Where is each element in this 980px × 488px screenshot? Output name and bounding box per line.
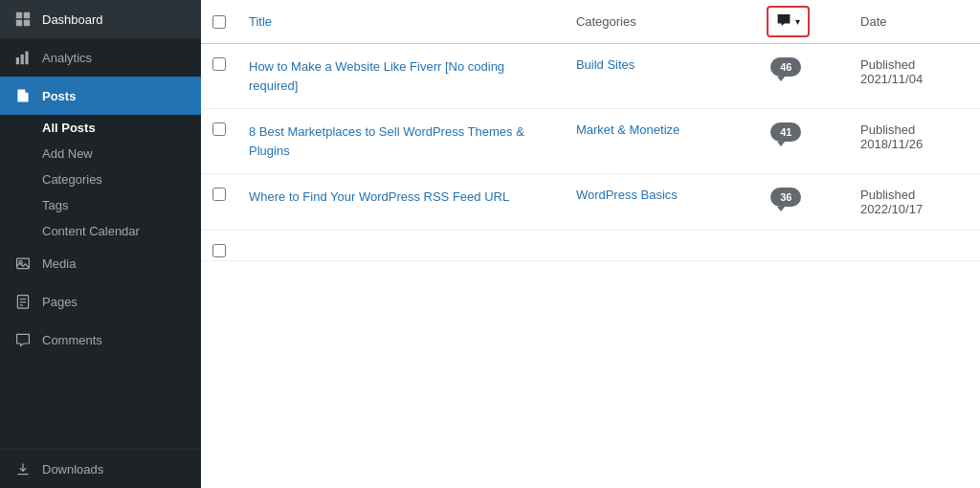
sidebar-item-downloads[interactable]: Downloads [0,449,201,488]
sidebar: Dashboard Analytics Posts All Posts Add … [0,0,201,488]
posts-submenu: All Posts Add New Categories Tags Conten… [0,115,201,244]
table-row: 8 Best Marketplaces to Sell WordPress Th… [201,109,980,174]
th-title[interactable]: Title [237,0,565,44]
row-checkbox-cell-partial [201,231,237,261]
sidebar-label-posts: Posts [42,89,76,103]
row-checkbox-cell [201,174,237,231]
sidebar-label-comments: Comments [42,333,102,347]
sidebar-label-dashboard: Dashboard [42,12,103,27]
sidebar-item-posts[interactable]: Posts [0,77,201,115]
post-title-link[interactable]: 8 Best Marketplaces to Sell WordPress Th… [249,122,553,160]
sidebar-submenu-add-new[interactable]: Add New [0,141,201,166]
categories-header-label: Categories [576,14,636,29]
posts-table: Title Categories ▾ Date [201,0,980,261]
post-status: Published [860,122,915,137]
post-title-cell: How to Make a Website Like Fiverr [No co… [237,44,565,109]
comment-sort-arrow: ▾ [795,16,800,27]
partial-row-content [237,231,980,261]
th-categories: Categories [565,0,759,44]
post-date-cell: Published 2018/11/26 [849,109,980,174]
post-category-cell: WordPress Basics [565,174,759,231]
comment-count-badge[interactable]: 41 [770,122,801,142]
table-row: How to Make a Website Like Fiverr [No co… [201,44,980,109]
comment-count-badge[interactable]: 36 [770,188,801,207]
post-comments-cell: 36 [759,174,849,231]
sidebar-item-pages[interactable]: Pages [0,282,201,321]
post-date: 2022/10/17 [860,202,923,216]
category-link[interactable]: Build Sites [576,57,635,72]
date-header-label: Date [860,14,886,29]
sidebar-item-comments[interactable]: Comments [0,321,201,359]
svg-rect-4 [16,57,19,64]
row-checkbox-cell [201,109,237,174]
sidebar-item-dashboard[interactable]: Dashboard [0,0,201,38]
row-checkbox[interactable] [212,122,226,136]
category-link[interactable]: Market & Monetize [576,122,679,137]
post-comments-cell: 41 [759,109,849,174]
post-title-cell: 8 Best Marketplaces to Sell WordPress Th… [237,109,565,174]
comment-sort-button[interactable]: ▾ [767,6,810,37]
comments-icon [13,330,33,349]
row-checkbox[interactable] [212,57,226,71]
th-date: Date [849,0,980,44]
post-date: 2018/11/26 [860,137,923,151]
svg-rect-2 [16,20,22,26]
sidebar-label-pages: Pages [42,295,78,309]
sidebar-item-analytics[interactable]: Analytics [0,38,201,77]
pages-icon [13,292,33,311]
sidebar-item-media[interactable]: Media [0,244,201,282]
post-category-cell: Build Sites [565,44,759,109]
table-row-partial [201,231,980,261]
comment-count-badge[interactable]: 46 [770,57,801,77]
comment-bubble-icon [776,12,791,31]
row-checkbox[interactable] [212,188,226,201]
svg-rect-1 [24,12,30,18]
post-title-link[interactable]: How to Make a Website Like Fiverr [No co… [249,57,553,95]
post-title-cell: Where to Find Your WordPress RSS Feed UR… [237,174,565,231]
svg-rect-0 [16,12,22,18]
sidebar-submenu-categories[interactable]: Categories [0,166,201,192]
posts-icon [13,86,33,105]
post-status: Published [860,188,915,202]
post-category-cell: Market & Monetize [565,109,759,174]
dashboard-icon [13,10,33,29]
sidebar-label-analytics: Analytics [42,51,92,65]
main-content: Title Categories ▾ Date [201,0,980,488]
category-link[interactable]: WordPress Basics [576,188,678,202]
row-checkbox-partial[interactable] [212,244,226,257]
post-date: 2021/11/04 [860,72,923,86]
svg-rect-5 [21,55,24,64]
post-title-link[interactable]: Where to Find Your WordPress RSS Feed UR… [249,188,553,207]
analytics-icon [13,48,33,67]
table-row: Where to Find Your WordPress RSS Feed UR… [201,174,980,231]
sidebar-label-downloads: Downloads [42,462,103,477]
post-comments-cell: 46 [759,44,849,109]
post-date-cell: Published 2021/11/04 [849,44,980,109]
sidebar-submenu-all-posts[interactable]: All Posts [0,115,201,141]
svg-rect-6 [25,52,28,65]
post-date-cell: Published 2022/10/17 [849,174,980,231]
select-all-checkbox[interactable] [212,15,226,29]
media-icon [13,254,33,273]
posts-table-container: Title Categories ▾ Date [201,0,980,488]
downloads-icon [13,459,33,478]
row-checkbox-cell [201,44,237,109]
title-sort-link[interactable]: Title [249,14,272,29]
sidebar-label-media: Media [42,256,76,271]
post-status: Published [860,57,915,72]
sidebar-submenu-tags[interactable]: Tags [0,192,201,218]
svg-rect-3 [24,20,30,26]
sidebar-submenu-content-calendar[interactable]: Content Calendar [0,218,201,244]
th-checkbox [201,0,237,44]
th-comments[interactable]: ▾ [759,0,849,44]
